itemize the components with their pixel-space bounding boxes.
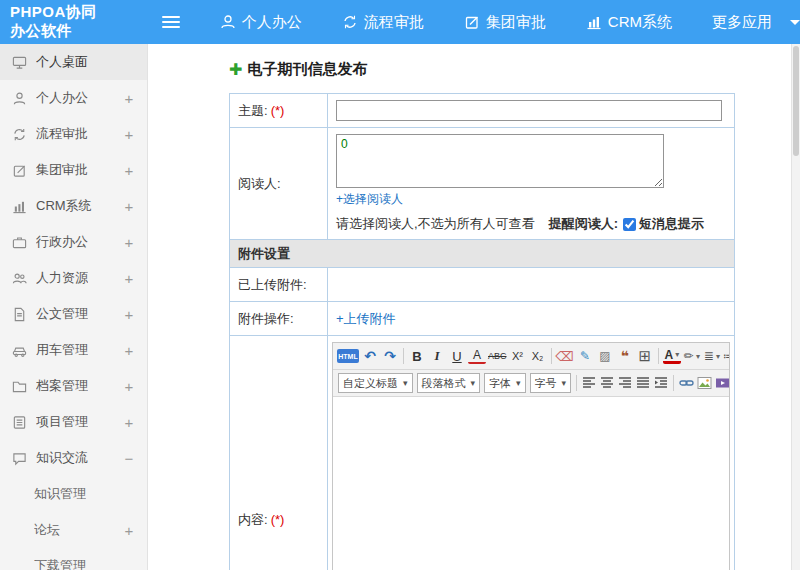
nav-label: 更多应用 — [712, 13, 772, 32]
editor-toolbar-row2: 自定义标题 段落格式 字体 字号 — [333, 370, 729, 397]
sidebar-item-label: 公文管理 — [36, 305, 88, 323]
sidebar-item-hr[interactable]: 人力资源 + — [0, 260, 147, 296]
chevron-down-icon — [790, 20, 800, 25]
nav-label: CRM系统 — [608, 13, 672, 32]
table-row: 主题:(*) — [230, 94, 735, 128]
sidebar-item-admin-office[interactable]: 行政办公 + — [0, 224, 147, 260]
sidebar-item-label: 流程审批 — [36, 125, 88, 143]
font-icon[interactable]: A — [468, 348, 486, 364]
strikethrough-icon[interactable]: ABC — [488, 346, 507, 366]
align-center-icon[interactable] — [599, 373, 615, 393]
sidebar-item-personal-desktop[interactable]: 个人桌面 — [0, 44, 147, 80]
align-justify-icon[interactable] — [635, 373, 651, 393]
nav-more-apps[interactable]: 更多应用 — [712, 13, 800, 32]
add-icon: ✚ — [229, 62, 242, 78]
unordered-list-icon[interactable]: ≔ — [723, 346, 729, 366]
readers-textarea[interactable]: 0 — [336, 134, 664, 188]
user-icon — [12, 90, 28, 106]
align-right-icon[interactable] — [617, 373, 633, 393]
desktop-icon — [12, 54, 28, 70]
table-row: 内容:(*) HTML ↶ ↷ B I U A — [230, 336, 735, 570]
sidebar-item-label: 知识管理 — [34, 485, 86, 503]
sms-notify-label: 短消息提示 — [639, 215, 704, 233]
align-left-icon[interactable] — [581, 373, 597, 393]
expand-icon[interactable]: + — [123, 126, 135, 143]
sidebar-item-personal-office[interactable]: 个人办公 + — [0, 80, 147, 116]
eraser-icon[interactable]: ⌫ — [556, 346, 574, 366]
underline-icon[interactable]: U — [448, 346, 466, 366]
nav-personal-office[interactable]: 个人办公 — [220, 13, 302, 32]
font-color-icon[interactable]: A — [663, 348, 681, 364]
edit-icon — [12, 162, 28, 178]
expand-icon[interactable]: + — [123, 522, 135, 539]
attachment-action-label: 附件操作: — [238, 311, 294, 326]
subject-input[interactable] — [336, 100, 722, 121]
chat-icon — [12, 450, 28, 466]
sidebar-item-project-mgmt[interactable]: 项目管理 + — [0, 404, 147, 440]
sidebar-item-crm[interactable]: CRM系统 + — [0, 188, 147, 224]
expand-icon[interactable]: + — [123, 270, 135, 287]
format-brush-icon[interactable]: ✎ — [576, 346, 594, 366]
expand-icon[interactable]: + — [123, 198, 135, 215]
paragraph-format-select[interactable]: 段落格式 — [417, 373, 481, 393]
user-icon — [220, 14, 236, 30]
link-icon[interactable] — [678, 373, 694, 393]
sidebar-item-knowledge-mgmt[interactable]: 知识管理 — [0, 476, 147, 512]
font-size-select[interactable]: 字号 — [530, 373, 572, 393]
pen-color-icon[interactable]: ✏ — [683, 346, 701, 366]
scrollbar-thumb[interactable] — [793, 46, 799, 156]
vertical-scrollbar[interactable] — [791, 44, 800, 570]
nav-crm[interactable]: CRM系统 — [586, 13, 672, 32]
sidebar-item-archive-mgmt[interactable]: 档案管理 + — [0, 368, 147, 404]
nav-workflow-approval[interactable]: 流程审批 — [342, 13, 424, 32]
image-icon[interactable] — [696, 373, 712, 393]
nav-group-approval[interactable]: 集团审批 — [464, 13, 546, 32]
table-icon[interactable]: ⊞ — [636, 346, 654, 366]
font-family-select[interactable]: 字体 — [484, 373, 526, 393]
upload-attachment-link[interactable]: +上传附件 — [336, 311, 396, 326]
indent-icon[interactable] — [653, 373, 669, 393]
expand-icon[interactable]: + — [123, 234, 135, 251]
nav-label: 个人办公 — [242, 13, 302, 32]
menu-toggle-button[interactable] — [162, 16, 180, 28]
redo-icon[interactable]: ↷ — [381, 346, 399, 366]
expand-icon[interactable]: + — [123, 342, 135, 359]
undo-icon[interactable]: ↶ — [361, 346, 379, 366]
bold-icon[interactable]: B — [408, 346, 426, 366]
readers-label: 阅读人: — [238, 176, 281, 191]
fill-color-icon[interactable]: ▨ — [596, 346, 614, 366]
expand-icon[interactable]: + — [123, 90, 135, 107]
sidebar-item-document-mgmt[interactable]: 公文管理 + — [0, 296, 147, 332]
page-title: 电子期刊信息发布 — [247, 60, 367, 79]
editor-toolbar-row1: HTML ↶ ↷ B I U A ABC X² X₂ ⌫ — [333, 343, 729, 370]
sidebar-item-label: 档案管理 — [36, 377, 88, 395]
sidebar-item-forum[interactable]: 论坛 + — [0, 512, 147, 548]
select-readers-link[interactable]: +选择阅读人 — [336, 191, 403, 208]
expand-icon[interactable]: + — [123, 378, 135, 395]
subject-label: 主题: — [238, 103, 268, 118]
sms-notify-checkbox[interactable] — [623, 218, 636, 231]
sidebar-item-knowledge-exchange[interactable]: 知识交流 − — [0, 440, 147, 476]
briefcase-icon — [12, 234, 28, 250]
ordered-list-icon[interactable]: ≣ — [703, 346, 721, 366]
sidebar-item-group-approval[interactable]: 集团审批 + — [0, 152, 147, 188]
italic-icon[interactable]: I — [428, 346, 446, 366]
folder-icon — [12, 378, 28, 394]
sidebar: 个人桌面 个人办公 + 流程审批 + 集团审批 + CRM系统 + 行政办公 +… — [0, 44, 148, 570]
custom-title-select[interactable]: 自定义标题 — [338, 373, 413, 393]
expand-icon[interactable]: + — [123, 162, 135, 179]
superscript-icon[interactable]: X² — [509, 346, 527, 366]
editor-content-area[interactable] — [333, 397, 729, 570]
expand-icon[interactable]: + — [123, 414, 135, 431]
sidebar-item-download-mgmt[interactable]: 下载管理 — [0, 548, 147, 570]
subscript-icon[interactable]: X₂ — [529, 346, 547, 366]
collapse-icon[interactable]: − — [123, 450, 135, 467]
html-source-icon[interactable]: HTML — [337, 349, 359, 363]
media-icon[interactable] — [714, 373, 729, 393]
sidebar-item-vehicle-mgmt[interactable]: 用车管理 + — [0, 332, 147, 368]
blockquote-icon[interactable]: ❝ — [616, 346, 634, 366]
sidebar-item-workflow-approval[interactable]: 流程审批 + — [0, 116, 147, 152]
app-logo: PHPOA协同办公软件 — [0, 3, 106, 41]
expand-icon[interactable]: + — [123, 306, 135, 323]
sidebar-item-label: 论坛 — [34, 521, 60, 539]
